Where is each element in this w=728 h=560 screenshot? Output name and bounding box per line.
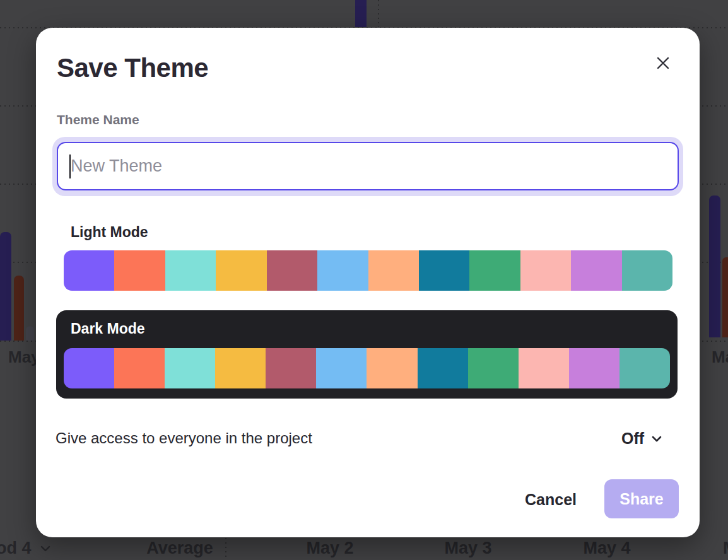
period-dropdown-label: od 4: [0, 539, 32, 558]
chart-cursor-line: [378, 0, 379, 27]
save-theme-dialog: Save Theme Theme Name Light Mode Dark Mo…: [36, 28, 700, 537]
palette-swatch: [266, 348, 316, 388]
column-header: May 4: [583, 539, 630, 558]
palette-swatch: [216, 250, 266, 291]
period-dropdown[interactable]: od 4: [0, 539, 50, 558]
text-caret: [69, 155, 71, 178]
palette-swatch: [622, 250, 672, 291]
light-mode-label: Light Mode: [71, 224, 148, 241]
dialog-title: Save Theme: [57, 53, 208, 83]
column-header: May 3: [444, 539, 491, 558]
chart-bar: [0, 232, 11, 341]
palette-swatch: [520, 250, 571, 291]
cancel-button[interactable]: Cancel: [515, 486, 586, 513]
dark-mode-card: Dark Mode: [56, 310, 678, 399]
palette-swatch: [469, 250, 520, 291]
close-icon: [655, 55, 671, 71]
column-header-partial: M: [723, 539, 728, 558]
access-dropdown[interactable]: Off: [619, 427, 664, 450]
palette-swatch: [468, 348, 519, 388]
chart-bar: [722, 257, 728, 337]
palette-swatch: [367, 348, 417, 388]
palette-swatch: [317, 250, 368, 291]
palette-swatch: [215, 348, 266, 388]
dark-mode-label: Dark Mode: [71, 320, 145, 337]
chart-bar: [355, 0, 367, 27]
access-toggle-label: Give access to everyone in the project: [56, 429, 312, 447]
palette-swatch: [114, 348, 165, 388]
close-button[interactable]: [650, 50, 676, 76]
chart-axis-separator: [225, 534, 226, 560]
palette-swatch: [418, 348, 468, 388]
x-axis-label: May: [8, 347, 40, 367]
palette-swatch: [619, 348, 670, 388]
chevron-down-icon: [40, 545, 50, 552]
access-dropdown-value: Off: [621, 429, 644, 448]
palette-swatch: [165, 348, 215, 388]
column-header: Average: [146, 539, 213, 558]
x-axis-label: Ma: [712, 347, 728, 367]
theme-name-focus-ring: [52, 137, 683, 196]
palette-swatch: [114, 250, 165, 291]
palette-swatch: [267, 250, 317, 291]
chart-bar: [26, 326, 34, 341]
palette-swatch: [316, 348, 367, 388]
palette-swatch: [64, 250, 114, 291]
light-mode-palette: [64, 250, 672, 291]
chart-bar: [14, 276, 24, 341]
column-header: May 2: [306, 539, 353, 558]
palette-swatch: [165, 250, 216, 291]
dark-mode-palette: [64, 348, 670, 388]
chart-bar: [709, 195, 720, 337]
palette-swatch: [569, 348, 619, 388]
palette-swatch: [519, 348, 569, 388]
chevron-down-icon: [652, 436, 662, 442]
share-button[interactable]: Share: [604, 479, 679, 518]
palette-swatch: [368, 250, 419, 291]
palette-swatch: [571, 250, 621, 291]
theme-name-label: Theme Name: [57, 112, 139, 127]
palette-swatch: [419, 250, 469, 291]
palette-swatch: [64, 348, 114, 388]
theme-name-input[interactable]: [57, 142, 679, 190]
screen: May Ma od 4 Average May 2 May 3 May 4 M …: [0, 0, 728, 560]
